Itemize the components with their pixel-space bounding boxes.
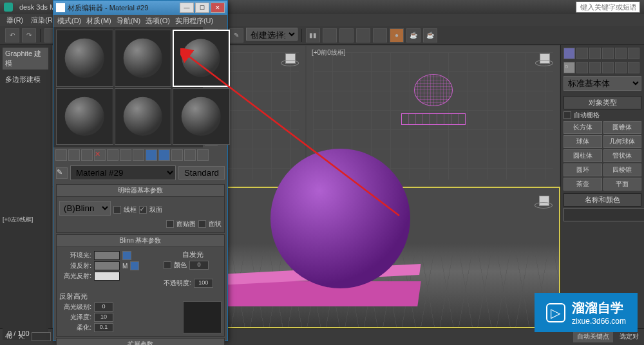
lights-icon[interactable] <box>589 62 601 73</box>
material-type-button[interactable]: Standard <box>178 166 225 180</box>
material-editor-button[interactable]: ● <box>390 28 404 42</box>
rollout-objtype[interactable]: 对象类型 <box>564 96 641 109</box>
cylinder-button[interactable]: 圆柱体 <box>564 149 602 162</box>
sphere-object[interactable] <box>270 149 410 288</box>
cameras-icon[interactable] <box>602 62 614 73</box>
plane-button[interactable]: 平面 <box>603 178 642 191</box>
utilities-tab[interactable] <box>628 48 639 59</box>
torus-button[interactable]: 圆环 <box>564 163 602 176</box>
facemap-checkbox[interactable] <box>166 220 174 228</box>
selection-set-dropdown[interactable]: 创建选择集 <box>246 28 298 41</box>
sample-slot-2[interactable] <box>115 30 172 87</box>
ambient-swatch[interactable] <box>94 251 120 260</box>
gloss-spinner[interactable]: 10 <box>94 313 113 322</box>
menu-render[interactable]: 渲染(R) <box>31 15 55 24</box>
sample-slot-6[interactable] <box>173 88 230 145</box>
shapes-icon[interactable] <box>576 62 588 73</box>
rollout-extended[interactable]: 扩展参数 <box>56 338 225 345</box>
specular-swatch[interactable] <box>94 272 120 281</box>
helpers-icon[interactable] <box>615 62 627 73</box>
schematic-button[interactable] <box>373 28 387 42</box>
mat-menu-nav[interactable]: 导航(N) <box>117 16 140 26</box>
put-to-lib-icon[interactable] <box>133 149 144 161</box>
mat-menu-material[interactable]: 材质(M) <box>86 16 111 26</box>
poly-mode[interactable]: 多边形建模 <box>3 72 48 87</box>
go-parent-icon[interactable] <box>184 149 196 161</box>
curve-editor-button[interactable] <box>356 28 370 42</box>
align-button[interactable] <box>323 28 337 42</box>
category-dropdown[interactable]: 标准基本体 <box>564 76 641 91</box>
sample-slot-3[interactable] <box>173 30 230 87</box>
tube-button[interactable]: 管状体 <box>603 149 642 162</box>
viewcube[interactable] <box>281 51 300 70</box>
search-input[interactable] <box>576 1 640 13</box>
sample-slot-1[interactable] <box>56 30 113 87</box>
spacewarps-icon[interactable] <box>628 62 639 73</box>
viewcube[interactable] <box>535 51 554 70</box>
teapot-button[interactable]: 茶壶 <box>564 178 602 191</box>
soften-spinner[interactable]: 0.1 <box>94 323 113 332</box>
x-spinner[interactable] <box>32 332 51 341</box>
sample-slot-5[interactable] <box>115 88 172 145</box>
make-copy-icon[interactable] <box>107 149 118 161</box>
box-button[interactable]: 长方体 <box>564 121 602 134</box>
autogrid-checkbox[interactable] <box>564 111 571 119</box>
motion-tab[interactable] <box>602 48 614 59</box>
shader-dropdown[interactable]: (B)Blinn <box>59 201 111 216</box>
display-tab[interactable] <box>615 48 627 59</box>
wire-checkbox[interactable] <box>113 206 121 214</box>
geometry-icon[interactable]: ○ <box>564 62 575 73</box>
show-map-icon[interactable] <box>158 149 170 161</box>
layers-button[interactable] <box>339 28 354 42</box>
pick-from-obj-icon[interactable]: ✎ <box>56 167 68 179</box>
mat-menu-utils[interactable]: 实用程序(U) <box>175 16 213 26</box>
selfillum-color-checkbox[interactable] <box>164 261 171 269</box>
reset-map-icon[interactable]: ✕ <box>94 149 106 161</box>
twoside-checkbox[interactable] <box>139 206 147 214</box>
get-material-icon[interactable] <box>55 149 67 161</box>
go-forward-icon[interactable] <box>197 149 209 161</box>
modify-tab[interactable] <box>576 48 588 59</box>
material-editor-titlebar[interactable]: 材质编辑器 - Material #29 — ☐ ✕ <box>53 1 227 15</box>
mirror-button[interactable]: ▮▮ <box>306 28 320 42</box>
pyramid-button[interactable]: 四棱锥 <box>603 163 642 176</box>
sphere-button[interactable]: 球体 <box>564 135 602 148</box>
rollout-namecolor[interactable]: 名称和颜色 <box>564 193 641 207</box>
minimize-button[interactable]: — <box>180 3 194 13</box>
close-button[interactable]: ✕ <box>211 3 225 13</box>
viewcube[interactable] <box>535 193 554 212</box>
menu-renderer[interactable]: 器(R) <box>6 15 23 24</box>
wire-sphere <box>414 74 453 106</box>
show-end-icon[interactable] <box>171 149 183 161</box>
assign-to-sel-icon[interactable] <box>81 149 93 161</box>
selfillum-spinner[interactable]: 0 <box>189 261 209 270</box>
object-name-input[interactable] <box>564 208 644 221</box>
material-name-dropdown[interactable]: Material #29 <box>70 165 176 180</box>
named-sel[interactable]: ✎ <box>229 28 243 42</box>
faceted-checkbox[interactable] <box>198 220 206 228</box>
diffuse-lock-icon[interactable] <box>130 261 139 270</box>
rollout-blinn-basic[interactable]: Blinn 基本参数 <box>56 234 225 247</box>
render-setup-button[interactable]: ☕ <box>406 28 421 42</box>
rollout-shader-basic[interactable]: 明暗器基本参数 <box>56 184 225 197</box>
mat-menu-options[interactable]: 选项(O) <box>146 16 170 26</box>
redo-button[interactable]: ↷ <box>22 28 36 42</box>
undo-button[interactable]: ↶ <box>5 28 19 42</box>
render-button[interactable]: ☕ <box>423 28 437 42</box>
put-to-scene-icon[interactable] <box>68 149 80 161</box>
mat-menu-mode[interactable]: 模式(D) <box>57 16 81 26</box>
ambient-lock-icon[interactable] <box>122 251 131 260</box>
sample-slot-4[interactable] <box>56 88 113 145</box>
autokey-button[interactable]: 自动关键点 <box>573 331 613 342</box>
create-tab[interactable] <box>564 48 575 59</box>
make-unique-icon[interactable] <box>120 149 131 161</box>
graphite-tab[interactable]: Graphite 建模 <box>3 48 48 70</box>
diffuse-swatch[interactable] <box>94 261 120 270</box>
opacity-spinner[interactable]: 100 <box>194 279 213 288</box>
hierarchy-tab[interactable] <box>589 48 601 59</box>
spec-level-spinner[interactable]: 0 <box>94 303 113 312</box>
maximize-button[interactable]: ☐ <box>195 3 209 13</box>
geosphere-button[interactable]: 几何球体 <box>603 135 642 148</box>
cone-button[interactable]: 圆锥体 <box>603 121 642 134</box>
mat-id-icon[interactable] <box>146 149 157 161</box>
